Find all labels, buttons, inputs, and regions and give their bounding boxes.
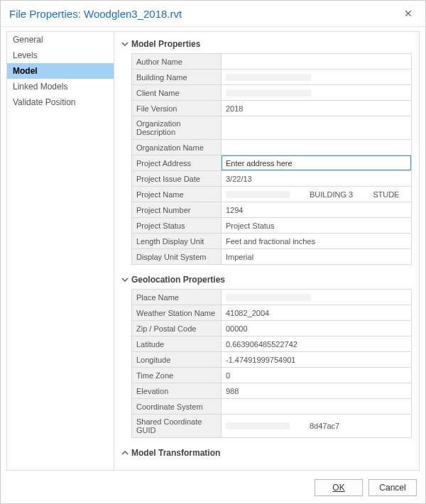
property-label: Organization Description xyxy=(132,116,222,139)
property-label: Place Name xyxy=(132,290,222,305)
property-row: Author Name xyxy=(132,54,411,70)
property-label: Weather Station Name xyxy=(132,305,222,320)
property-value[interactable]: 1294 xyxy=(222,202,411,217)
property-row: Organization Description xyxy=(132,116,411,140)
property-row: Display Unit SystemImperial xyxy=(132,249,411,265)
section-title: Model Properties xyxy=(131,39,200,49)
property-value[interactable]: 0.663906485522742 xyxy=(222,336,411,351)
property-value[interactable] xyxy=(222,85,411,100)
sidebar-item-validate-position[interactable]: Validate Position xyxy=(7,94,114,110)
window-title: File Properties: Woodglen3_2018.rvt xyxy=(9,8,400,20)
property-row: File Version2018 xyxy=(132,101,411,116)
property-label: Display Unit System xyxy=(132,249,222,264)
property-value[interactable] xyxy=(222,155,411,170)
chevron-right-icon xyxy=(121,449,129,456)
property-value[interactable] xyxy=(222,70,411,84)
property-row: Project Address xyxy=(132,155,411,171)
redacted-value xyxy=(226,294,311,301)
property-label: File Version xyxy=(132,101,222,116)
property-label: Zip / Postal Code xyxy=(132,321,222,336)
property-value[interactable]: 8d47ac7 xyxy=(222,415,411,437)
property-value[interactable]: 41082_2004 xyxy=(222,305,411,320)
property-row: Longitude-1.47491999754901 xyxy=(132,352,411,368)
property-row: Weather Station Name41082_2004 xyxy=(132,305,411,321)
chevron-down-icon xyxy=(121,276,129,283)
redacted-value xyxy=(226,89,311,97)
property-label: Time Zone xyxy=(132,368,222,383)
section-header-model-transformation[interactable]: Model Transformation xyxy=(121,445,412,462)
section-title: Geolocation Properties xyxy=(131,275,225,285)
property-label: Length Display Unit xyxy=(132,234,222,248)
close-icon[interactable]: ✕ xyxy=(400,6,417,21)
property-row: Project Issue Date3/22/13 xyxy=(132,171,411,187)
property-value[interactable] xyxy=(222,140,411,155)
section-title: Model Transformation xyxy=(131,448,220,458)
ok-button[interactable]: OK xyxy=(315,479,363,496)
dialog-body: GeneralLevelsModelLinked ModelsValidate … xyxy=(1,27,425,473)
property-row: Elevation988 xyxy=(132,383,411,399)
property-label: Building Name xyxy=(132,70,222,84)
property-value-part: 8d47ac7 xyxy=(310,422,339,430)
property-value[interactable]: Project Status xyxy=(222,218,411,233)
redacted-value xyxy=(226,191,290,198)
property-value[interactable]: 2018 xyxy=(222,101,411,116)
property-row: Shared Coordinate GUID8d47ac7 xyxy=(132,415,411,438)
property-value[interactable] xyxy=(222,54,411,69)
property-value[interactable]: Imperial xyxy=(222,249,411,264)
property-label: Latitude xyxy=(132,336,222,351)
section-header-geolocation-properties[interactable]: Geolocation Properties xyxy=(121,272,412,289)
main-panel: Model PropertiesAuthor NameBuilding Name… xyxy=(114,31,420,471)
property-label: Project Address xyxy=(132,155,222,170)
sidebar-item-model[interactable]: Model xyxy=(7,63,114,79)
property-row: Latitude0.663906485522742 xyxy=(132,336,411,352)
property-value[interactable] xyxy=(222,290,411,305)
property-value-part: STUDE xyxy=(373,190,399,199)
property-row: Length Display UnitFeet and fractional i… xyxy=(132,234,411,249)
chevron-down-icon xyxy=(121,40,129,48)
footer: OK Cancel xyxy=(1,473,425,503)
property-label: Elevation xyxy=(132,383,222,398)
property-row: Client Name xyxy=(132,85,411,101)
property-label: Client Name xyxy=(132,85,222,100)
property-label: Longitude xyxy=(132,352,222,367)
property-row: Organization Name xyxy=(132,140,411,155)
sidebar-item-linked-models[interactable]: Linked Models xyxy=(7,79,114,94)
property-value[interactable]: 0 xyxy=(222,368,411,383)
property-label: Project Status xyxy=(132,218,222,233)
property-row: Project NameBUILDING 3STUDE xyxy=(132,187,411,202)
property-label: Coordinate System xyxy=(132,399,222,414)
property-label: Project Issue Date xyxy=(132,171,222,186)
cancel-button[interactable]: Cancel xyxy=(368,479,417,496)
property-value[interactable]: 988 xyxy=(222,383,411,398)
property-value[interactable]: 3/22/13 xyxy=(222,171,411,186)
property-row: Project StatusProject Status xyxy=(132,218,411,234)
property-row: Building Name xyxy=(132,70,411,85)
property-label: Project Name xyxy=(132,187,222,202)
property-value[interactable] xyxy=(222,399,411,414)
property-value[interactable]: Feet and fractional inches xyxy=(222,234,411,248)
property-value[interactable] xyxy=(222,116,411,139)
geolocation-properties-table: Place NameWeather Station Name41082_2004… xyxy=(131,289,412,438)
property-value[interactable]: 00000 xyxy=(222,321,411,336)
model-properties-table: Author NameBuilding NameClient NameFile … xyxy=(131,53,412,265)
redacted-value xyxy=(226,74,311,81)
property-label: Author Name xyxy=(132,54,222,69)
property-value[interactable]: -1.47491999754901 xyxy=(222,352,411,367)
property-row: Time Zone0 xyxy=(132,368,411,383)
sidebar-item-general[interactable]: General xyxy=(7,32,114,48)
sidebar: GeneralLevelsModelLinked ModelsValidate … xyxy=(6,31,114,471)
property-row: Project Number1294 xyxy=(132,202,411,218)
property-value-part: BUILDING 3 xyxy=(310,190,353,199)
property-label: Project Number xyxy=(132,202,222,217)
property-row: Place Name xyxy=(132,290,411,305)
property-row: Zip / Postal Code00000 xyxy=(132,321,411,336)
titlebar: File Properties: Woodglen3_2018.rvt ✕ xyxy=(1,1,425,27)
property-value[interactable]: BUILDING 3STUDE xyxy=(222,187,411,202)
property-label: Organization Name xyxy=(132,140,222,155)
redacted-value xyxy=(226,422,290,429)
property-row: Coordinate System xyxy=(132,399,411,415)
sidebar-item-levels[interactable]: Levels xyxy=(7,48,114,63)
section-header-model-properties[interactable]: Model Properties xyxy=(121,36,412,53)
property-input[interactable] xyxy=(222,155,411,170)
property-label: Shared Coordinate GUID xyxy=(132,415,222,437)
